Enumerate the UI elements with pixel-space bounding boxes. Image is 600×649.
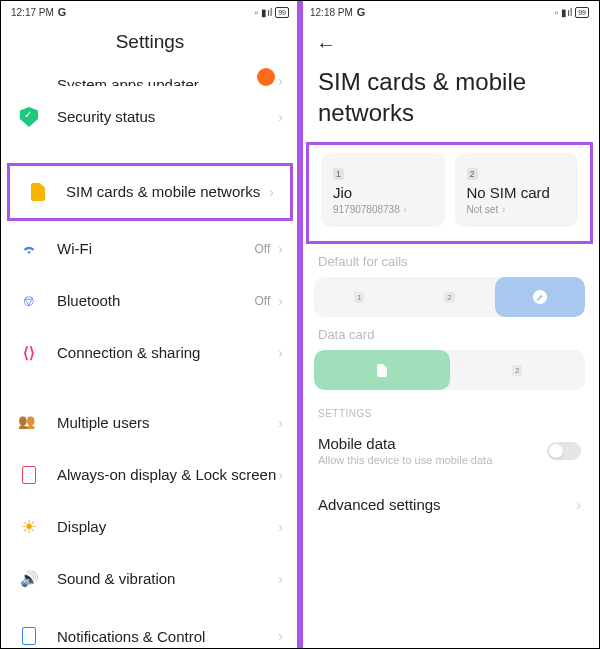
sim-number-badge: 2	[467, 168, 478, 180]
default-calls-opt-ask[interactable]	[495, 277, 585, 317]
section-label-data-card: Data card	[300, 317, 599, 350]
chevron-right-icon: ›	[576, 497, 581, 513]
share-icon: ⟨⟩	[17, 341, 41, 365]
row-security-status[interactable]: Security status ›	[1, 91, 299, 143]
row-mobile-data[interactable]: Mobile data Allow this device to use mob…	[300, 427, 599, 474]
row-label: Security status	[57, 107, 278, 127]
updater-badge-icon	[254, 65, 278, 89]
row-sound-vibration[interactable]: 🔊 Sound & vibration ›	[1, 553, 299, 605]
section-label-default-calls: Default for calls	[300, 244, 599, 277]
chevron-right-icon: ›	[278, 293, 283, 309]
row-label: Wi-Fi	[57, 239, 255, 259]
sound-icon: 🔊	[17, 567, 41, 591]
sim-settings-screen: 12:18 PM G ▫ ▮ıl 99 ← SIM cards & mobile…	[300, 1, 599, 648]
signal-icon: ▮ıl	[561, 7, 572, 18]
notifications-icon	[17, 624, 41, 648]
chevron-right-icon: ›	[278, 519, 283, 535]
chevron-right-icon: ›	[278, 73, 283, 89]
chevron-right-icon: ›	[401, 204, 407, 215]
wifi-icon	[17, 237, 41, 261]
default-calls-opt-1[interactable]: 1	[314, 277, 404, 317]
chevron-right-icon: ›	[278, 345, 283, 361]
row-bluetooth[interactable]: ⎊ Bluetooth Off ›	[1, 275, 299, 327]
statusbar: 12:17 PM G ▫ ▮ıl 99	[1, 1, 299, 23]
setting-subtitle: Allow this device to use mobile data	[318, 454, 547, 466]
row-label: Bluetooth	[57, 291, 255, 311]
row-connection-sharing[interactable]: ⟨⟩ Connection & sharing ›	[1, 327, 299, 379]
setting-title: Mobile data	[318, 435, 547, 452]
sim-icon	[26, 180, 50, 204]
sim-name: Jio	[333, 184, 433, 201]
aod-icon	[17, 463, 41, 487]
back-button[interactable]: ←	[316, 33, 336, 55]
statusbar: 12:18 PM G ▫ ▮ıl 99	[300, 1, 599, 23]
default-calls-segment: 1 2	[314, 277, 585, 317]
row-status: Off	[255, 242, 271, 256]
page-title: Settings	[1, 23, 299, 65]
settings-header: SETTINGS	[300, 390, 599, 427]
sim-name: No SIM card	[467, 184, 567, 201]
row-label: Advanced settings	[318, 496, 576, 513]
row-sim-cards[interactable]: SIM cards & mobile networks ›	[10, 166, 290, 218]
page-title: SIM cards & mobile networks	[300, 60, 599, 142]
battery-icon: 99	[575, 7, 589, 18]
sim-subtitle: Not set ›	[467, 204, 567, 215]
row-label: SIM cards & mobile networks	[66, 182, 269, 202]
panel-divider	[297, 1, 303, 648]
sun-icon: ☀	[17, 515, 41, 539]
row-notifications[interactable]: Notifications & Control ›	[1, 605, 299, 649]
sim-icon	[377, 364, 387, 377]
chevron-right-icon: ›	[278, 241, 283, 257]
battery-icon: 99	[275, 7, 289, 18]
row-label: System apps updater	[57, 75, 246, 86]
status-time: 12:18 PM	[310, 7, 353, 18]
chevron-right-icon: ›	[278, 109, 283, 125]
users-icon	[17, 411, 41, 435]
row-multiple-users[interactable]: Multiple users ›	[1, 397, 299, 449]
row-label: Connection & sharing	[57, 343, 278, 363]
row-label: Sound & vibration	[57, 569, 278, 589]
sim-subtitle: 917907808738 ›	[333, 204, 433, 215]
row-system-apps-updater[interactable]: System apps updater ›	[1, 65, 299, 91]
chevron-right-icon: ›	[269, 184, 274, 200]
google-icon: G	[357, 6, 366, 18]
row-status: Off	[255, 294, 271, 308]
data-card-opt-2[interactable]: 2	[450, 350, 586, 390]
settings-screen: 12:17 PM G ▫ ▮ıl 99 Settings System apps…	[1, 1, 300, 648]
status-time: 12:17 PM	[11, 7, 54, 18]
sim-card-1[interactable]: 1 Jio 917907808738 ›	[321, 153, 445, 227]
row-advanced-settings[interactable]: Advanced settings ›	[300, 474, 599, 523]
mobile-data-toggle[interactable]	[547, 442, 581, 460]
bluetooth-icon: ⎊	[17, 289, 41, 313]
data-card-opt-1[interactable]	[314, 350, 450, 390]
chevron-right-icon: ›	[278, 467, 283, 483]
updater-icon	[17, 65, 41, 89]
row-wifi[interactable]: Wi-Fi Off ›	[1, 223, 299, 275]
shield-icon	[17, 105, 41, 129]
row-label: Display	[57, 517, 278, 537]
default-calls-opt-2[interactable]: 2	[404, 277, 494, 317]
chevron-right-icon: ›	[278, 415, 283, 431]
chevron-right-icon: ›	[278, 571, 283, 587]
ask-icon	[533, 290, 547, 304]
row-label: Always-on display & Lock screen	[57, 465, 278, 485]
row-label: Notifications & Control	[57, 627, 278, 645]
signal-icon: ▮ıl	[261, 7, 272, 18]
row-label: Multiple users	[57, 413, 278, 433]
row-display[interactable]: ☀ Display ›	[1, 501, 299, 553]
sim-signal-icon: ▫	[555, 7, 559, 18]
chevron-right-icon: ›	[499, 204, 505, 215]
sim-signal-icon: ▫	[255, 7, 259, 18]
sim-number-badge: 1	[333, 168, 344, 180]
sim-card-2[interactable]: 2 No SIM card Not set ›	[455, 153, 579, 227]
chevron-right-icon: ›	[278, 628, 283, 644]
google-icon: G	[58, 6, 67, 18]
highlight-sim-cards-block: 1 Jio 917907808738 › 2 No SIM card Not s…	[306, 142, 593, 244]
data-card-segment: 2	[314, 350, 585, 390]
highlight-sim-cards: SIM cards & mobile networks ›	[7, 163, 293, 221]
row-aod-lock[interactable]: Always-on display & Lock screen ›	[1, 449, 299, 501]
